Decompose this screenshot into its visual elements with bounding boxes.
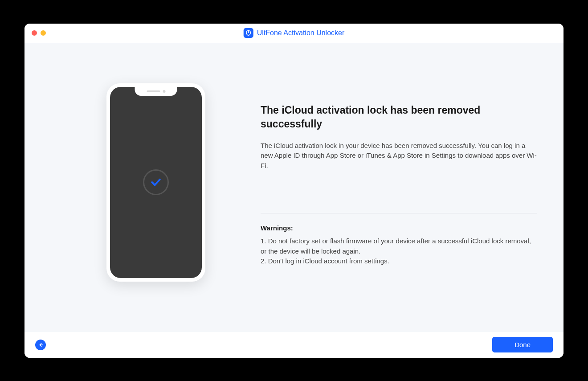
done-button[interactable]: Done: [492, 337, 553, 352]
app-window: UltFone Activation Unlocker: [24, 24, 564, 358]
warning-item-1: 1. Do not factory set or flash firmware …: [261, 236, 537, 256]
warning-item-2: 2. Don't log in iCloud account from sett…: [261, 256, 537, 266]
left-pane: [51, 61, 261, 323]
right-pane: The iCloud activation lock has been remo…: [261, 61, 546, 323]
footer: Done: [24, 332, 564, 358]
back-button[interactable]: [35, 340, 46, 350]
title-center: UltFone Activation Unlocker: [244, 28, 345, 38]
phone-mockup: [106, 83, 205, 282]
divider: [261, 213, 537, 213]
arrow-left-icon: [37, 342, 44, 348]
minimize-window-button[interactable]: [41, 30, 46, 36]
success-heading: The iCloud activation lock has been remo…: [261, 103, 537, 131]
titlebar: UltFone Activation Unlocker: [24, 24, 564, 43]
close-window-button[interactable]: [32, 30, 37, 36]
warnings-list: 1. Do not factory set or flash firmware …: [261, 236, 537, 266]
warnings-title: Warnings:: [261, 224, 537, 232]
content-area: The iCloud activation lock has been remo…: [24, 43, 564, 332]
success-check-icon: [143, 169, 169, 195]
success-description: The iCloud activation lock in your devic…: [261, 141, 537, 171]
app-title: UltFone Activation Unlocker: [257, 29, 345, 37]
app-logo-icon: [244, 28, 253, 38]
notch-speaker: [147, 90, 160, 92]
notch-camera: [163, 90, 165, 93]
phone-screen: [110, 87, 202, 278]
phone-notch: [135, 87, 177, 96]
window-controls: [24, 30, 46, 36]
